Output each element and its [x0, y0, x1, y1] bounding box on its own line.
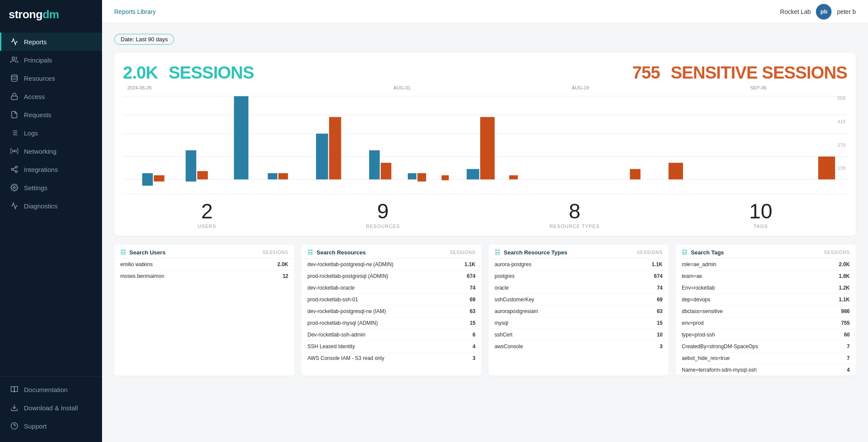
users-table-header: ☷ Search Users SESSIONS [114, 244, 294, 259]
sidebar-label-resources: Resources [24, 75, 55, 82]
main-chart-card: 2.0K SESSIONS 755 SENSITIVE SESSIONS 202… [114, 53, 856, 236]
content-area: Date: Last 90 days 2.0K SESSIONS 755 SEN… [102, 23, 868, 442]
sidebar-bottom: Documentation Download & Install Support [0, 376, 102, 442]
doc-icon [10, 385, 19, 394]
sidebar-item-networking[interactable]: Networking [0, 142, 102, 160]
table-row: awsConsole3 [488, 341, 669, 352]
sidebar-item-requests[interactable]: Requests [0, 106, 102, 124]
svg-point-0 [12, 57, 15, 59]
bar-orange-5 [329, 117, 341, 180]
table-row: sshCert10 [488, 329, 669, 341]
bar-orange-right [818, 157, 835, 180]
date-filter-button[interactable]: Date: Last 90 days [114, 34, 174, 45]
y-label-418: 418 [838, 119, 845, 124]
bar-orange-1 [154, 175, 164, 181]
sessions-label: SESSIONS [168, 63, 254, 82]
table-row: team=ae1.8K [676, 270, 856, 282]
sidebar-item-principals[interactable]: Principals [0, 51, 102, 69]
sidebar-label-principals: Principals [24, 56, 52, 64]
sidebar-item-download[interactable]: Download & Install [0, 399, 102, 417]
date-filter-label: Date: Last 90 days [121, 36, 168, 43]
sidebar-label-access: Access [24, 93, 45, 100]
bar-teal-4 [268, 173, 277, 179]
table-row: aebot_hide_res=true7 [676, 353, 856, 364]
sidebar-item-logs[interactable]: Logs [0, 124, 102, 142]
bar-orange-aug19 [480, 117, 495, 180]
resources-table-title-area: ☷ Search Resources [307, 249, 366, 256]
svg-rect-2 [11, 96, 17, 99]
user-row-name-0: emilio watkins [120, 261, 153, 267]
table-row: dbclass=sensitive986 [676, 306, 856, 317]
bar-teal-5 [316, 134, 328, 179]
resource-types-table-header: ☷ Search Resource Types SESSIONS [488, 244, 669, 259]
bar-teal-2 [186, 150, 196, 181]
tags-table-title-area: ☷ Search Tags [682, 249, 724, 256]
y-axis-labels: 558 418 279 139 [838, 96, 845, 189]
resource-types-count-label: RESOURCE TYPES [550, 224, 600, 229]
sidebar-label-networking: Networking [24, 148, 56, 155]
tags-count: 10 [749, 201, 772, 222]
table-row: postgres674 [488, 270, 669, 282]
table-row: env=prod755 [676, 317, 856, 329]
sidebar-item-documentation[interactable]: Documentation [0, 380, 102, 399]
bar-orange-7 [417, 173, 426, 181]
tags-table-header: ☷ Search Tags SESSIONS [676, 244, 856, 259]
tags-table-title: Search Tags [691, 249, 724, 256]
table-row: dep=devops1.1K [676, 294, 856, 306]
table-row: dev-rocketlab-postgresql-rw (ADMIN)1.1K [301, 259, 482, 270]
users-table-icon: ☷ [120, 249, 126, 256]
chart-area: 2024-06-26 AUG-01 AUG-19 SEP-06 [123, 85, 847, 194]
key-icon [10, 92, 19, 101]
bar-teal-1 [142, 173, 152, 186]
logo-dm: dm [43, 8, 59, 21]
sidebar-item-access[interactable]: Access [0, 87, 102, 106]
resources-count-item: 9 RESOURCES [366, 201, 400, 229]
users-table-body: emilio watkins 2.0K moses benmaimon 12 [114, 259, 294, 282]
bar-orange-8 [442, 175, 449, 181]
sidebar-item-support[interactable]: Support [0, 417, 102, 435]
resources-table-icon: ☷ [307, 249, 313, 256]
resources-table-title: Search Resources [317, 249, 366, 256]
sidebar-item-diagnostics[interactable]: Diagnostics [0, 197, 102, 215]
table-row: type=prod-ssh60 [676, 329, 856, 341]
sidebar-item-integrations[interactable]: Integrations [0, 160, 102, 178]
sidebar: strongdm Reports Principals Resources [0, 0, 102, 442]
users-count-item: 2 USERS [198, 201, 216, 229]
resources-count: 9 [366, 201, 400, 222]
table-row: dev-rocketlab-postgresql-rw (IAM)63 [301, 306, 482, 317]
logo-area: strongdm [0, 0, 102, 29]
page-title: Reports Library [114, 8, 156, 15]
y-label-279: 279 [838, 142, 845, 148]
sidebar-item-settings[interactable]: Settings [0, 178, 102, 197]
table-row: sshCustomerKey69 [488, 294, 669, 306]
bar-orange-sep1 [630, 169, 640, 179]
user-group-icon [10, 56, 19, 64]
sidebar-item-resources[interactable]: Resources [0, 69, 102, 87]
file-icon [10, 110, 19, 119]
table-row: dev-rocketlab-oracle74 [301, 282, 482, 294]
table-row: prod-rocketlab-ssh-0169 [301, 294, 482, 306]
svg-line-14 [13, 168, 15, 169]
sidebar-label-reports: Reports [24, 38, 47, 46]
settings-icon [10, 183, 19, 192]
tags-table: ☷ Search Tags SESSIONS role=ae_admin2.0K… [676, 244, 856, 376]
tags-table-body: role=ae_admin2.0K team=ae1.8K Env=rocket… [676, 259, 856, 376]
stats-header: 2.0K SESSIONS 755 SENSITIVE SESSIONS [123, 59, 847, 83]
resources-table-col-header: SESSIONS [450, 250, 475, 255]
resource-types-table-title-area: ☷ Search Resource Types [495, 249, 567, 256]
tags-col-header: SESSIONS [824, 250, 850, 255]
table-row: moses benmaimon 12 [114, 270, 294, 282]
users-count-label: USERS [198, 224, 216, 229]
resources-count-label: RESOURCES [366, 224, 400, 229]
table-row: Name=terraform-sdm-mysql-ssh4 [676, 364, 856, 376]
sidebar-label-settings: Settings [24, 184, 47, 191]
tags-count-label: TAGS [749, 224, 772, 229]
y-label-139: 139 [838, 165, 845, 171]
sensitive-stat: 755 SENSITIVE SESSIONS [632, 59, 847, 83]
users-table-title-area: ☷ Search Users [120, 249, 165, 256]
sidebar-item-reports[interactable]: Reports [0, 33, 102, 51]
bar-teal-aug19 [467, 169, 479, 179]
topbar: Reports Library Rocket Lab pb peter b [102, 0, 868, 23]
svg-point-9 [14, 151, 15, 152]
bar-orange-sep2 [669, 163, 683, 179]
